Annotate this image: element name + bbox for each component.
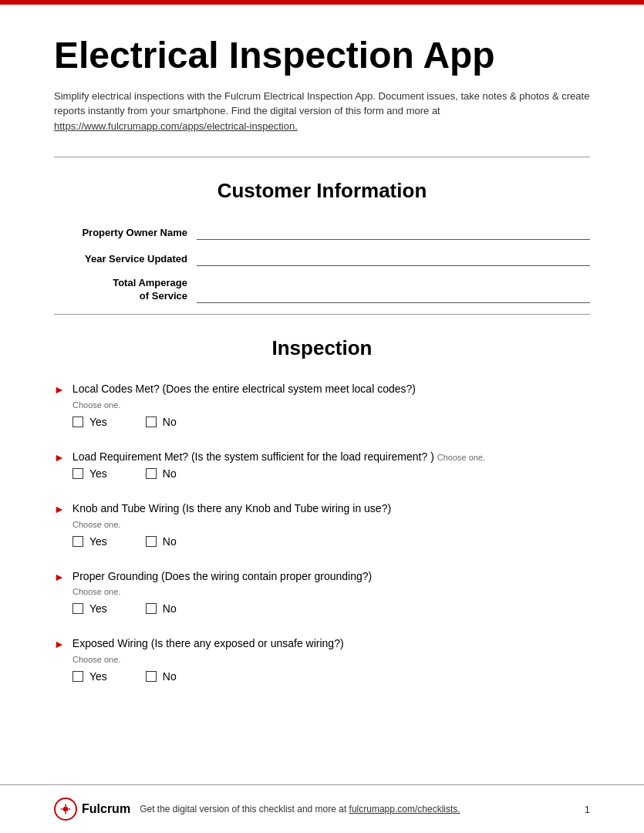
question-row-1: ► Local Codes Met? (Does the entire elec… xyxy=(54,382,590,397)
fulcrum-icon xyxy=(54,798,77,821)
checkbox-no-2[interactable]: No xyxy=(146,467,177,480)
app-title: Electrical Inspection App xyxy=(54,35,590,76)
footer-text: Get the digital version of this checklis… xyxy=(140,804,460,814)
svg-rect-4 xyxy=(68,808,70,810)
question-row-2: ► Load Requirement Met? (Is the system s… xyxy=(54,450,590,465)
checkbox-box-no-5 xyxy=(146,671,157,682)
field-row-year: Year Service Updated xyxy=(54,251,590,266)
checkbox-row-2: Yes No xyxy=(72,467,590,480)
checkbox-label-no-4: No xyxy=(163,602,177,615)
app-link[interactable]: https://www.fulcrumapp.com/apps/electric… xyxy=(54,120,298,132)
footer-left: Fulcrum Get the digital version of this … xyxy=(54,798,460,821)
checkbox-box-no-3 xyxy=(146,536,157,547)
inspection-item-4: ► Proper Grounding (Does the wiring cont… xyxy=(54,569,590,615)
checkbox-box-yes-5 xyxy=(72,671,83,682)
inspection-item-5: ► Exposed Wiring (Is there any exposed o… xyxy=(54,636,590,683)
svg-rect-3 xyxy=(61,808,63,810)
description-text: Simplify electrical inspections with the… xyxy=(54,90,589,117)
checkbox-row-5: Yes No xyxy=(72,670,590,683)
checkbox-yes-4[interactable]: Yes xyxy=(72,602,107,615)
arrow-icon-5: ► xyxy=(54,638,65,650)
choose-one-1: Choose one. xyxy=(72,400,590,410)
checkbox-row-1: Yes No xyxy=(72,416,590,428)
checkbox-no-5[interactable]: No xyxy=(146,670,177,683)
checkbox-box-yes-1 xyxy=(72,416,83,427)
checkbox-box-yes-3 xyxy=(72,536,83,547)
footer-page-number: 1 xyxy=(585,804,590,815)
choose-one-4: Choose one. xyxy=(72,587,590,596)
checkbox-box-yes-4 xyxy=(72,603,83,614)
field-input-year[interactable] xyxy=(197,251,590,266)
inspection-title: Inspection xyxy=(54,336,590,360)
checkbox-yes-2[interactable]: Yes xyxy=(72,467,107,480)
checkbox-label-yes-2: Yes xyxy=(89,467,107,480)
checkbox-box-yes-2 xyxy=(72,468,83,479)
question-row-5: ► Exposed Wiring (Is there any exposed o… xyxy=(54,636,590,652)
field-input-amperage[interactable] xyxy=(197,288,590,303)
field-label-year: Year Service Updated xyxy=(54,253,197,266)
arrow-icon-1: ► xyxy=(54,383,65,396)
checkbox-label-yes-3: Yes xyxy=(89,535,107,548)
checkbox-label-yes-5: Yes xyxy=(89,670,107,683)
inspection-item-1: ► Local Codes Met? (Does the entire elec… xyxy=(54,382,590,428)
question-row-4: ► Proper Grounding (Does the wiring cont… xyxy=(54,569,590,585)
inspection-item-3: ► Knob and Tube Wiring (Is there any Kno… xyxy=(54,501,590,548)
section-divider-1 xyxy=(54,157,590,157)
arrow-icon-2: ► xyxy=(54,451,65,464)
question-text-5: Exposed Wiring (Is there any exposed or … xyxy=(72,636,344,652)
field-row-amperage: Total Amperageof Service xyxy=(54,277,590,303)
svg-rect-1 xyxy=(65,804,66,807)
checkbox-label-no-1: No xyxy=(163,416,177,428)
arrow-icon-4: ► xyxy=(54,571,65,583)
question-text-3: Knob and Tube Wiring (Is there any Knob … xyxy=(72,501,391,517)
main-content: Electrical Inspection App Simplify elect… xyxy=(0,5,644,784)
field-label-amperage: Total Amperageof Service xyxy=(54,277,197,303)
checkbox-no-1[interactable]: No xyxy=(146,416,177,428)
checkbox-row-4: Yes No xyxy=(72,602,590,615)
field-input-owner[interactable] xyxy=(197,224,590,240)
choose-one-3: Choose one. xyxy=(72,520,590,529)
checkbox-yes-3[interactable]: Yes xyxy=(72,535,107,548)
checkbox-label-yes-1: Yes xyxy=(89,416,107,428)
checkbox-yes-1[interactable]: Yes xyxy=(72,416,107,428)
inspection-section: Inspection ► Local Codes Met? (Does the … xyxy=(54,336,590,683)
question-text-1: Local Codes Met? (Does the entire electr… xyxy=(72,382,416,397)
svg-rect-2 xyxy=(65,811,66,814)
choose-one-5: Choose one. xyxy=(72,655,590,664)
arrow-icon-3: ► xyxy=(54,503,65,515)
inspection-item-2: ► Load Requirement Met? (Is the system s… xyxy=(54,450,590,481)
checkbox-box-no-1 xyxy=(146,416,157,427)
app-description: Simplify electrical inspections with the… xyxy=(54,89,590,134)
field-label-owner: Property Owner Name xyxy=(54,227,197,240)
customer-info-section: Customer Information Property Owner Name… xyxy=(54,179,590,303)
checkbox-yes-5[interactable]: Yes xyxy=(72,670,107,683)
svg-point-0 xyxy=(63,807,68,811)
question-row-3: ► Knob and Tube Wiring (Is there any Kno… xyxy=(54,501,590,517)
footer-text-prefix: Get the digital version of this checklis… xyxy=(140,804,349,814)
fulcrum-name: Fulcrum xyxy=(82,802,130,816)
checkbox-label-no-2: No xyxy=(163,467,177,480)
checkbox-box-no-4 xyxy=(146,603,157,614)
checkbox-box-no-2 xyxy=(146,468,157,479)
checkbox-label-yes-4: Yes xyxy=(89,602,107,615)
field-row-owner: Property Owner Name xyxy=(54,224,590,240)
checkbox-no-3[interactable]: No xyxy=(146,535,177,548)
checkbox-label-no-3: No xyxy=(163,535,177,548)
page: Electrical Inspection App Simplify elect… xyxy=(0,0,644,833)
footer-link[interactable]: fulcrumapp.com/checklists. xyxy=(349,804,460,814)
customer-info-title: Customer Information xyxy=(54,179,590,203)
checkbox-row-3: Yes No xyxy=(72,535,590,548)
fulcrum-svg xyxy=(59,803,72,815)
fulcrum-logo: Fulcrum xyxy=(54,798,130,821)
section-divider-2 xyxy=(54,314,590,315)
checkbox-no-4[interactable]: No xyxy=(146,602,177,615)
checkbox-label-no-5: No xyxy=(163,670,177,683)
question-text-4: Proper Grounding (Does the wiring contai… xyxy=(72,569,372,585)
question-text-2: Load Requirement Met? (Is the system suf… xyxy=(72,450,485,465)
footer: Fulcrum Get the digital version of this … xyxy=(0,784,644,833)
